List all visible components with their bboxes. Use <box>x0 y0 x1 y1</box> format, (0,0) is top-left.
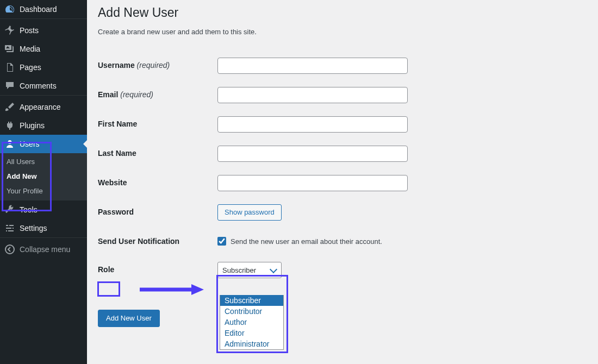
comments-icon <box>4 80 15 91</box>
collapse-icon <box>4 244 15 255</box>
username-input[interactable] <box>217 58 408 74</box>
role-option-author[interactable]: Author <box>220 317 283 328</box>
label-email: Email (required) <box>98 80 217 110</box>
gauge-icon <box>4 4 15 15</box>
admin-sidebar: Dashboard Posts Media Pages Commen <box>0 0 87 364</box>
sidebar-item-settings[interactable]: Settings <box>0 219 87 237</box>
website-input[interactable] <box>217 175 408 191</box>
brush-icon <box>4 102 15 112</box>
label-username: Username (required) <box>98 51 217 80</box>
plug-icon <box>4 120 15 131</box>
role-selected-value: Subscriber <box>222 266 256 274</box>
sidebar-item-label: Pages <box>20 63 83 72</box>
role-option-administrator[interactable]: Administrator <box>220 338 283 349</box>
sidebar-item-plugins[interactable]: Plugins <box>0 116 87 135</box>
role-option-subscriber[interactable]: Subscriber <box>220 295 283 306</box>
label-first-name: First Name <box>98 110 217 139</box>
sidebar-submenu-users: All Users Add New Your Profile <box>0 153 87 200</box>
pin-icon <box>4 25 15 36</box>
role-option-editor[interactable]: Editor <box>220 328 283 338</box>
sidebar-item-label: Media <box>20 45 83 53</box>
show-password-button[interactable]: Show password <box>217 204 282 221</box>
sidebar-item-users[interactable]: Users <box>0 135 87 153</box>
pages-icon <box>4 62 15 73</box>
add-new-user-button[interactable]: Add New User <box>98 310 160 327</box>
last-name-input[interactable] <box>217 146 408 162</box>
role-option-contributor[interactable]: Contributor <box>220 306 283 317</box>
add-user-form: Username (required) Email (required) Fir… <box>98 51 408 285</box>
collapse-label: Collapse menu <box>20 245 83 254</box>
sidebar-item-label: Tools <box>20 205 83 214</box>
wrench-icon <box>4 204 15 215</box>
sidebar-item-label: Users <box>20 140 83 148</box>
submenu-add-new[interactable]: Add New <box>0 169 87 184</box>
sidebar-item-pages[interactable]: Pages <box>0 58 87 77</box>
label-password: Password <box>98 198 217 227</box>
role-dropdown[interactable]: Subscriber Contributor Author Editor Adm… <box>220 295 284 350</box>
sidebar-item-label: Settings <box>20 224 83 233</box>
page-description: Create a brand new user and add them to … <box>98 28 587 36</box>
submenu-all-users[interactable]: All Users <box>0 153 87 169</box>
sidebar-item-label: Dashboard <box>20 5 83 14</box>
sidebar-item-comments[interactable]: Comments <box>0 77 87 95</box>
media-icon <box>4 43 15 54</box>
label-last-name: Last Name <box>98 139 217 168</box>
notification-checkbox[interactable] <box>217 237 226 246</box>
page-title: Add New User <box>98 5 587 20</box>
sidebar-item-media[interactable]: Media <box>0 40 87 58</box>
submenu-your-profile[interactable]: Your Profile <box>0 184 87 200</box>
main-content: Add New User Create a brand new user and… <box>87 0 598 364</box>
sidebar-item-label: Posts <box>20 26 83 35</box>
sidebar-collapse[interactable]: Collapse menu <box>0 240 87 259</box>
sidebar-item-appearance[interactable]: Appearance <box>0 98 87 116</box>
user-icon <box>4 139 15 149</box>
first-name-input[interactable] <box>217 116 408 133</box>
sidebar-item-tools[interactable]: Tools <box>0 200 87 219</box>
sliders-icon <box>4 223 15 234</box>
label-role: Role <box>98 255 217 285</box>
svg-point-0 <box>5 245 14 254</box>
sidebar-item-posts[interactable]: Posts <box>0 21 87 40</box>
sidebar-item-label: Plugins <box>20 121 83 130</box>
email-input[interactable] <box>217 87 408 103</box>
label-notification: Send User Notification <box>98 227 217 255</box>
label-website: Website <box>98 168 217 198</box>
notification-text: Send the new user an email about their a… <box>231 237 382 246</box>
sidebar-item-label: Comments <box>20 81 83 90</box>
sidebar-item-dashboard[interactable]: Dashboard <box>0 0 87 18</box>
sidebar-item-label: Appearance <box>20 103 83 111</box>
role-select[interactable]: Subscriber <box>217 262 282 278</box>
